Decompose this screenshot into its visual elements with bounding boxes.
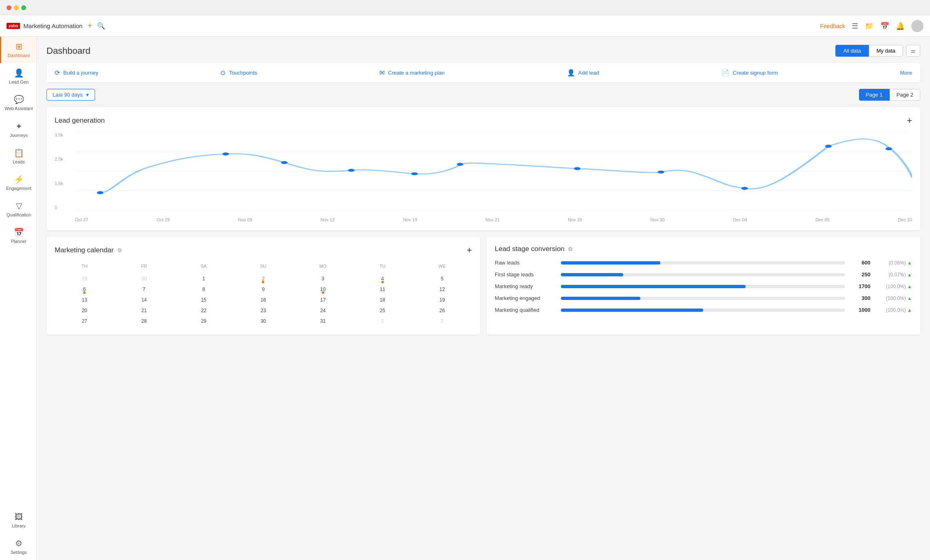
feedback-link[interactable]: Feedback: [820, 23, 845, 29]
calendar-week-4: 20 21 22 23 24 25 26: [55, 305, 472, 316]
date-dropdown[interactable]: Last 90 days ▾: [46, 89, 95, 101]
conversion-title: Lead stage conversion: [495, 245, 565, 253]
cal-cell[interactable]: 20: [55, 305, 114, 316]
date-filter-row: Last 90 days ▾ Page 1 Page 2: [46, 89, 920, 101]
cal-cell[interactable]: 29: [55, 273, 114, 284]
sidebar-item-library[interactable]: 🖼 Library: [0, 507, 36, 534]
cal-cell[interactable]: 7: [114, 284, 174, 295]
sidebar-label-web-assistant: Web Assistant: [4, 106, 33, 111]
cal-cell[interactable]: 19: [412, 295, 472, 305]
main-layout: ⊞ Dashboard 👤 Lead Gen 💬 Web Assistant ✦…: [0, 37, 930, 560]
user-avatar[interactable]: [911, 20, 923, 32]
page-title: Dashboard: [46, 46, 91, 56]
create-form-link[interactable]: 📄 Create signup form: [721, 69, 778, 77]
sidebar-label-settings: Settings: [11, 550, 27, 555]
cal-cell[interactable]: 3: [293, 273, 353, 284]
cal-cell[interactable]: 9: [233, 284, 293, 295]
cal-cell[interactable]: 21: [114, 305, 174, 316]
conv-pct-mkt-ready: (100.0%) ▲: [875, 284, 912, 289]
cal-cell[interactable]: 8: [174, 284, 233, 295]
cal-cell[interactable]: 30: [114, 273, 174, 284]
add-button[interactable]: +: [87, 21, 92, 31]
more-link[interactable]: More: [900, 70, 912, 76]
sidebar: ⊞ Dashboard 👤 Lead Gen 💬 Web Assistant ✦…: [0, 37, 37, 560]
cal-cell[interactable]: 2: [412, 316, 472, 326]
trend-up-icon: ▲: [907, 260, 912, 266]
window-controls: [7, 5, 26, 10]
cal-cell[interactable]: 23: [233, 305, 293, 316]
day-header-fr: FR: [114, 262, 174, 270]
cal-cell[interactable]: 18: [353, 295, 412, 305]
cal-cell[interactable]: 31: [293, 316, 353, 326]
cal-cell[interactable]: 6: [55, 284, 114, 295]
touchpoints-link[interactable]: ⊙ Touchpoints: [220, 69, 257, 77]
search-button[interactable]: 🔍: [97, 22, 105, 30]
cal-cell[interactable]: 27: [55, 316, 114, 326]
cal-cell[interactable]: 13: [55, 295, 114, 305]
cal-cell[interactable]: 16: [233, 295, 293, 305]
cal-cell[interactable]: 11: [353, 284, 412, 295]
close-dot[interactable]: [7, 5, 11, 10]
cal-cell[interactable]: 17: [293, 295, 353, 305]
sidebar-item-engagement[interactable]: ⚡ Engagement: [0, 170, 36, 196]
sidebar-item-leads[interactable]: 📋 Leads: [0, 143, 36, 170]
add-lead-link[interactable]: 👤 Add lead: [567, 69, 599, 77]
sidebar-label-engagement: Engagement: [6, 186, 31, 191]
cal-cell[interactable]: 28: [114, 316, 174, 326]
sidebar-item-qualification[interactable]: ▽ Qualification: [0, 196, 36, 223]
bell-icon[interactable]: 🔔: [896, 22, 905, 31]
cal-cell[interactable]: 4: [353, 273, 412, 284]
maximize-dot[interactable]: [21, 5, 26, 10]
all-data-button[interactable]: All data: [835, 45, 868, 57]
x-label-dec04: Dec 04: [733, 217, 747, 222]
build-journey-link[interactable]: ⟳ Build a journey: [55, 69, 98, 77]
conversion-settings-icon[interactable]: ⚙: [568, 246, 573, 252]
data-point: [97, 191, 104, 194]
cal-cell[interactable]: 5: [412, 273, 472, 284]
cal-cell[interactable]: 26: [412, 305, 472, 316]
cal-cell[interactable]: 30: [233, 316, 293, 326]
create-plan-link[interactable]: ✉ Create a marketing plan: [379, 69, 445, 77]
cal-cell[interactable]: 12: [412, 284, 472, 295]
page-2-button[interactable]: Page 2: [890, 89, 920, 101]
sidebar-item-journeys[interactable]: ✦ Journeys: [0, 117, 36, 143]
cal-cell[interactable]: 24: [293, 305, 353, 316]
lead-gen-add-icon[interactable]: +: [907, 115, 912, 126]
conv-value-mkt-engaged: 300: [850, 295, 870, 301]
cal-cell[interactable]: 14: [114, 295, 174, 305]
sidebar-item-web-assistant[interactable]: 💬 Web Assistant: [0, 90, 36, 116]
lead-gen-card-header: Lead generation +: [55, 115, 912, 126]
filter-icon-button[interactable]: ⚌: [906, 45, 920, 57]
cal-cell[interactable]: 1: [174, 273, 233, 284]
minimize-dot[interactable]: [14, 5, 19, 10]
cal-cell[interactable]: 1: [353, 316, 412, 326]
sidebar-item-planner[interactable]: 📅 Planner: [0, 223, 36, 249]
list-view-icon[interactable]: ☰: [852, 22, 858, 31]
x-label-oct27: Oct 27: [75, 217, 88, 222]
chart-area: [75, 132, 912, 210]
cal-cell[interactable]: 15: [174, 295, 233, 305]
cal-cell[interactable]: 25: [353, 305, 412, 316]
my-data-button[interactable]: My data: [869, 45, 903, 57]
conversion-row-mkt-qualified: Marketing qualified 1000 (100.0%) ▲: [495, 307, 912, 313]
cal-cell[interactable]: 2: [233, 273, 293, 284]
x-label-dec05: Dec 05: [815, 217, 830, 222]
calendar-settings-icon[interactable]: ⚙: [117, 247, 122, 254]
cal-cell[interactable]: 10: [293, 284, 353, 295]
x-label-nov21: Nov 21: [485, 217, 500, 222]
page-buttons: Page 1 Page 2: [859, 89, 920, 101]
cal-cell[interactable]: 22: [174, 305, 233, 316]
calendar-week-5: 27 28 29 30 31 1 2: [55, 316, 472, 326]
chart-svg: [75, 132, 912, 210]
sidebar-item-settings[interactable]: ⚙ Settings: [0, 534, 36, 560]
main-content: Dashboard All data My data ⚌ ⟳ Build a j…: [37, 37, 930, 560]
calendar-add-button[interactable]: +: [467, 245, 472, 256]
app-title: Marketing Automation: [23, 22, 82, 29]
day-header-we: WE: [412, 262, 472, 270]
sidebar-item-dashboard[interactable]: ⊞ Dashboard: [0, 37, 36, 63]
folder-icon[interactable]: 📁: [865, 22, 874, 31]
calendar-icon[interactable]: 📅: [880, 22, 889, 31]
page-1-button[interactable]: Page 1: [859, 89, 890, 101]
sidebar-item-lead-gen[interactable]: 👤 Lead Gen: [0, 63, 36, 90]
cal-cell[interactable]: 29: [174, 316, 233, 326]
